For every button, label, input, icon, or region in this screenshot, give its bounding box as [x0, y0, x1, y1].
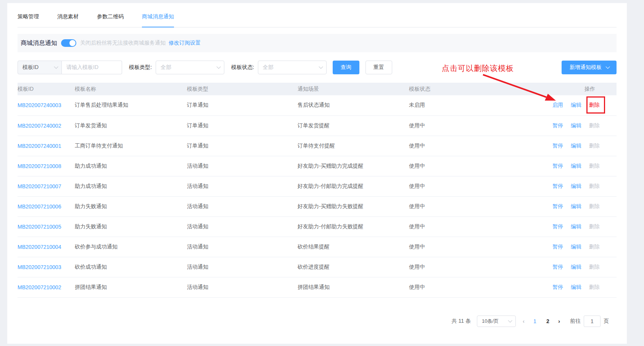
template-id-link[interactable]: MB202007210006: [18, 196, 75, 216]
notice-toggle-switch[interactable]: [61, 39, 76, 47]
tab-bar: 策略管理 消息素材 参数二维码 商城消息通知: [18, 3, 617, 27]
goto-page-input[interactable]: 1: [584, 316, 601, 327]
header-template-name: 模板名称: [75, 83, 187, 95]
page-button-2[interactable]: 2: [545, 318, 551, 324]
action-edit[interactable]: 编辑: [571, 264, 581, 271]
table-row: MB202007210008 助力成功通知 活动通知 好友助力-买赠助力完成提醒…: [18, 156, 617, 176]
action-delete[interactable]: 删除: [589, 243, 600, 250]
template-type-cell: 订单通知: [187, 136, 298, 156]
template-status-select[interactable]: 全部: [258, 61, 327, 74]
add-template-button[interactable]: 新增通知模板: [562, 61, 617, 74]
action-edit[interactable]: 编辑: [571, 122, 581, 129]
prev-page-icon[interactable]: ‹: [523, 318, 525, 324]
template-type-cell: 订单通知: [187, 95, 298, 115]
action-delete[interactable]: 删除: [589, 143, 600, 149]
template-status-cell: 使用中: [409, 257, 546, 277]
table-body: MB202007240003 订单售后处理结果通知 订单通知 售后状态通知 未启…: [18, 95, 617, 297]
template-status-cell: 使用中: [409, 196, 546, 216]
action-edit[interactable]: 编辑: [571, 284, 581, 291]
action-edit[interactable]: 编辑: [571, 143, 581, 149]
table-row: MB202007210003 砍价成功通知 活动通知 砍价进度提醒 使用中 暂停…: [18, 257, 617, 277]
action-toggle-enable[interactable]: 暂停: [552, 183, 563, 190]
action-edit[interactable]: 编辑: [571, 183, 581, 190]
template-id-link[interactable]: MB202007210005: [18, 216, 75, 237]
template-id-link[interactable]: MB202007240003: [18, 95, 75, 115]
row-actions-cell: 暂停 编辑 删除: [546, 257, 617, 277]
action-toggle-enable[interactable]: 暂停: [552, 223, 563, 230]
row-actions-cell: 暂停 编辑 删除: [546, 115, 617, 136]
action-toggle-enable[interactable]: 暂停: [552, 163, 563, 170]
next-page-icon[interactable]: ›: [558, 318, 560, 324]
action-toggle-enable[interactable]: 暂停: [552, 143, 563, 149]
template-id-link[interactable]: MB202007210003: [18, 257, 75, 277]
template-name-cell: 拼团结果通知: [75, 277, 187, 297]
template-name-cell: 助力失败通知: [75, 196, 187, 216]
pagination-bar: 共 11 条 10条/页 ‹ 1 2 › 前往 1 页: [18, 316, 617, 327]
template-id-link[interactable]: MB202007210007: [18, 176, 75, 196]
row-actions-cell: 暂停 编辑 删除: [546, 176, 617, 196]
template-id-link[interactable]: MB202007210002: [18, 277, 75, 297]
notice-scene-cell: 砍价进度提醒: [298, 257, 409, 277]
tab-message-material[interactable]: 消息素材: [57, 13, 79, 27]
template-id-link[interactable]: MB202007210004: [18, 237, 75, 257]
header-template-type: 模板类型: [187, 83, 298, 95]
action-toggle-enable[interactable]: 暂停: [552, 122, 563, 129]
template-type-cell: 活动通知: [187, 176, 298, 196]
template-type-cell: 活动通知: [187, 237, 298, 257]
action-delete[interactable]: 删除: [589, 284, 600, 291]
action-edit[interactable]: 编辑: [571, 223, 581, 230]
template-status-cell: 使用中: [409, 115, 546, 136]
action-edit[interactable]: 编辑: [571, 243, 581, 250]
action-delete[interactable]: 删除: [589, 183, 600, 190]
action-edit[interactable]: 编辑: [571, 102, 581, 109]
page-size-select[interactable]: 10条/页: [477, 316, 516, 327]
table-row: MB202007210005 助力失败通知 活动通知 好友助力-付邮助力失败提醒…: [18, 216, 617, 237]
action-delete[interactable]: 删除: [589, 163, 600, 170]
action-toggle-enable[interactable]: 暂停: [552, 264, 563, 271]
action-delete[interactable]: 删除: [589, 122, 600, 129]
modify-subscription-link[interactable]: 修改订阅设置: [169, 40, 201, 46]
template-name-cell: 订单发货通知: [75, 115, 187, 136]
action-toggle-enable[interactable]: 暂停: [552, 243, 563, 250]
template-name-cell: 助力失败通知: [75, 216, 187, 237]
goto-page-suffix: 页: [604, 318, 609, 325]
action-delete[interactable]: 删除: [589, 102, 600, 109]
template-status-cell: 未启用: [409, 95, 546, 115]
toggle-knob: [69, 40, 76, 46]
action-delete[interactable]: 删除: [589, 203, 600, 210]
template-type-cell: 活动通知: [187, 216, 298, 237]
row-actions-cell: 暂停 编辑 删除: [546, 136, 617, 156]
field-type-select[interactable]: 模板ID: [18, 61, 62, 74]
action-edit[interactable]: 编辑: [571, 203, 581, 210]
action-edit[interactable]: 编辑: [571, 163, 581, 170]
page-button-1[interactable]: 1: [532, 318, 538, 324]
tab-strategy-management[interactable]: 策略管理: [18, 13, 39, 27]
table-row: MB202007210007 助力成功通知 活动通知 好友助力-付邮助力完成提醒…: [18, 176, 617, 196]
template-status-cell: 使用中: [409, 156, 546, 176]
action-delete[interactable]: 删除: [589, 223, 600, 230]
template-name-cell: 助力成功通知: [75, 156, 187, 176]
action-toggle-enable[interactable]: 启用: [552, 102, 563, 109]
template-id-link[interactable]: MB202007210008: [18, 156, 75, 176]
tab-parameter-qrcode[interactable]: 参数二维码: [97, 13, 124, 27]
notice-scene-cell: 好友助力-付邮助力失败提醒: [298, 216, 409, 237]
row-actions-cell: 启用 编辑 删除: [546, 95, 617, 115]
template-status-cell: 使用中: [409, 216, 546, 237]
reset-button[interactable]: 重置: [365, 61, 392, 74]
template-name-cell: 砍价参与成功通知: [75, 237, 187, 257]
template-id-input[interactable]: 请输入模板ID: [62, 61, 122, 74]
tab-mall-message-notice[interactable]: 商城消息通知: [142, 13, 174, 27]
template-id-link[interactable]: MB202007240001: [18, 136, 75, 156]
action-delete[interactable]: 删除: [589, 264, 600, 271]
template-type-select-value: 全部: [161, 64, 171, 71]
add-template-button-label: 新增通知模板: [570, 64, 602, 71]
template-type-cell: 活动通知: [187, 257, 298, 277]
search-button[interactable]: 查询: [333, 61, 359, 74]
field-type-select-value: 模板ID: [23, 64, 39, 71]
template-type-select[interactable]: 全部: [156, 61, 224, 74]
notice-toggle-band: 商城消息通知 关闭后粉丝将无法接收商城服务通知 修改订阅设置: [18, 34, 617, 52]
template-id-link[interactable]: MB202007240002: [18, 115, 75, 136]
action-toggle-enable[interactable]: 暂停: [552, 203, 563, 210]
notice-scene-cell: 好友助力-付邮助力完成提醒: [298, 176, 409, 196]
action-toggle-enable[interactable]: 暂停: [552, 284, 563, 291]
